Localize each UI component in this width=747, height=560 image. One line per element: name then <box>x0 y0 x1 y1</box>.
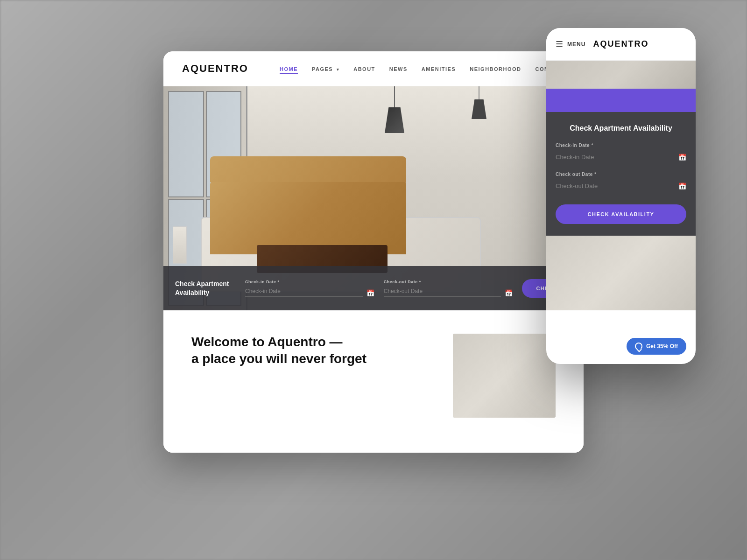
nav-item-amenities[interactable]: AMENITIES <box>422 64 456 73</box>
checkin-input-display[interactable]: Check-in Date <box>245 286 363 297</box>
checkout-input-display[interactable]: Check-out Date <box>384 286 501 297</box>
mobile-checkin-field: Check-in Date * Check-in Date 📅 <box>556 143 686 164</box>
welcome-title: Welcome to Aquentro — a place you will n… <box>191 334 453 368</box>
mobile-checkout-input[interactable]: Check-out Date 📅 <box>556 180 686 193</box>
nav-item-home[interactable]: HOME <box>280 64 298 73</box>
mobile-checkout-placeholder: Check-out Date <box>556 182 598 189</box>
pendant-lamp <box>394 86 395 133</box>
welcome-image <box>453 334 556 418</box>
desktop-hero: Check Apartment Availability Check-in Da… <box>163 86 584 310</box>
desktop-bottom: Welcome to Aquentro — a place you will n… <box>163 310 584 453</box>
checkout-calendar-icon: 📅 <box>505 289 513 297</box>
mobile-checkin-label: Check-in Date * <box>556 143 686 148</box>
mobile-bottom-image <box>546 236 696 310</box>
desktop-mockup: AQUENTRO HOME PAGES ▾ ABOUT NEWS AMENITI… <box>163 51 584 453</box>
mobile-checkout-calendar-icon: 📅 <box>678 182 686 190</box>
nav-links: HOME PAGES ▾ ABOUT NEWS AMENITIES NEIGHB… <box>280 64 565 73</box>
mobile-checkin-placeholder: Check-in Date <box>556 154 594 161</box>
mobile-checkout-field: Check out Date * Check-out Date 📅 <box>556 172 686 193</box>
nav-item-news[interactable]: NEWS <box>389 64 408 73</box>
avail-title: Check Apartment Availability <box>175 280 236 296</box>
welcome-section: Welcome to Aquentro — a place you will n… <box>191 334 453 368</box>
checkout-label: Check-out Date * <box>384 280 513 284</box>
checkout-field: Check-out Date * Check-out Date 📅 <box>384 280 513 297</box>
mobile-hero-strip <box>546 61 696 89</box>
checkin-label: Check-in Date * <box>245 280 374 284</box>
desktop-navigation: AQUENTRO HOME PAGES ▾ ABOUT NEWS AMENITI… <box>163 51 584 86</box>
mobile-avail-title: Check Apartment Availability <box>556 124 686 133</box>
checkin-calendar-icon: 📅 <box>366 289 374 297</box>
mobile-availability-section: Check Apartment Availability Check-in Da… <box>546 112 696 236</box>
room-sofa <box>210 180 406 254</box>
mobile-purple-strip <box>546 89 696 112</box>
discount-badge[interactable]: Get 35% Off <box>627 338 686 355</box>
mobile-check-button[interactable]: CHECK AVAILABILITY <box>556 204 686 224</box>
checkout-placeholder: Check-out Date <box>384 288 423 294</box>
mobile-checkin-input[interactable]: Check-in Date 📅 <box>556 151 686 164</box>
menu-label[interactable]: MENU <box>567 41 585 48</box>
nav-item-neighborhood[interactable]: NEIGHBORHOOD <box>470 64 521 73</box>
mobile-checkout-label: Check out Date * <box>556 172 686 177</box>
discount-text: Get 35% Off <box>646 343 678 350</box>
hamburger-icon[interactable]: ☰ <box>556 39 563 49</box>
mobile-checkin-calendar-icon: 📅 <box>678 154 686 161</box>
checkin-field: Check-in Date * Check-in Date 📅 <box>245 280 374 297</box>
nav-item-about[interactable]: ABOUT <box>353 64 375 73</box>
mobile-header: ☰ MENU AQUENTRO <box>546 28 696 61</box>
books-stack <box>173 226 187 264</box>
mobile-logo: AQUENTRO <box>593 39 649 49</box>
checkin-placeholder: Check-in Date <box>245 288 281 294</box>
desktop-logo: AQUENTRO <box>182 63 280 75</box>
nav-item-pages[interactable]: PAGES ▾ <box>312 64 339 73</box>
hanging-lamp-2 <box>479 86 479 119</box>
chat-icon <box>635 343 642 350</box>
availability-bar: Check Apartment Availability Check-in Da… <box>163 266 584 310</box>
mobile-mockup: ☰ MENU AQUENTRO Check Apartment Availabi… <box>546 28 696 364</box>
